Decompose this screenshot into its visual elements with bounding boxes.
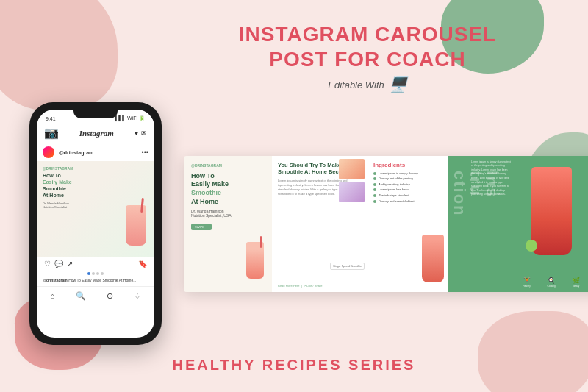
post-title-small: How To Easily Make SmoothieAt Home xyxy=(43,172,73,199)
healthy-label: Healthy xyxy=(523,285,530,288)
ingredient-2: Dummy text of the printing xyxy=(373,177,442,181)
slide2-photo-2 xyxy=(339,182,365,202)
heart-nav-icon[interactable]: ♡ xyxy=(134,291,141,301)
slide4-content: Lorem ipsum is simply dummy text of the … xyxy=(471,160,512,197)
slide1-title: How To Easily Make Smoothie At Home xyxy=(191,172,265,207)
save-icon[interactable]: 🔖 xyxy=(138,260,147,268)
slide2-photo-2-inner xyxy=(339,182,365,202)
footer-subtitle: HEALTHY RECIPES SERIES xyxy=(173,357,416,374)
ingredient-dot-4 xyxy=(373,188,376,191)
carousel-area: @drinstagram How To Easily Make Smoothie… xyxy=(184,156,588,292)
post-username: @drinstagram xyxy=(59,150,93,155)
body-row: 9:41 ▌▌▌ WiFi 🔋 📷 Instagram ♥ ✉ xyxy=(22,102,566,345)
slide3-smoothie xyxy=(420,235,445,286)
phone-screen: 9:41 ▌▌▌ WiFi 🔋 📷 Instagram ♥ ✉ xyxy=(37,110,154,338)
ingredient-text-1: Lorem ipsum is simply dummy xyxy=(379,171,418,176)
post-img-text: @drinstagram How To Easily Make Smoothie… xyxy=(43,167,73,208)
carousel-strip: @drinstagram How To Easily Make Smoothie… xyxy=(184,156,588,292)
dm-icon[interactable]: ✉ xyxy=(141,129,147,137)
slide1-author: Dr. Wanda Hamilton Nutrition Specialist,… xyxy=(191,209,265,218)
post-avatar xyxy=(43,146,54,158)
editable-label: Editable With xyxy=(328,79,384,90)
slide5-icon-cooking: 🍳 Cooking xyxy=(548,277,556,288)
ingredient-dot-6 xyxy=(373,200,376,203)
dot-3 xyxy=(96,272,99,275)
ingredient-text-6: Dummy and scrambled text xyxy=(379,199,415,204)
instagram-logo: Instagram xyxy=(79,129,114,138)
slide5-lime xyxy=(526,240,537,252)
slide1-brand: @drinstagram xyxy=(191,163,265,168)
phone-mockup: 9:41 ▌▌▌ WiFi 🔋 📷 Instagram ♥ ✉ xyxy=(22,102,169,345)
healthy-icon: 🏋 xyxy=(523,277,531,284)
slide1-title-line4: At Home xyxy=(191,198,218,205)
instagram-nav-icons: ♥ ✉ xyxy=(135,129,147,137)
slide5-icons: 🏋 Healthy 🍳 Cooking 🌿 Dietary xyxy=(514,277,588,288)
dot-2 xyxy=(92,272,95,275)
ingredient-text-5: The industry's standard xyxy=(379,193,409,198)
phone-notch xyxy=(74,110,118,118)
ingredient-dot-2 xyxy=(373,177,376,180)
slide3-glass xyxy=(422,235,444,282)
carousel-slide-5: 🏋 Healthy 🍳 Cooking 🌿 Dietary xyxy=(514,156,588,292)
carousel-slide-4: Instruction Lorem ipsum is simply dummy … xyxy=(448,156,514,292)
phone-outer: 9:41 ▌▌▌ WiFi 🔋 📷 Instagram ♥ ✉ xyxy=(29,102,162,345)
smoothie-visual xyxy=(123,205,148,257)
home-nav-icon[interactable]: ⌂ xyxy=(50,291,55,301)
share-icon[interactable]: ↗ xyxy=(67,260,73,268)
ingredient-text-3: And typesetting industry xyxy=(379,182,410,187)
post-dots xyxy=(37,271,154,277)
post-brand-label: @drinstagram xyxy=(43,167,73,171)
cooking-label: Cooking xyxy=(548,285,556,288)
slide2-photos xyxy=(339,159,365,202)
ingredients-list: Lorem ipsum is simply dummy Dummy text o… xyxy=(373,171,442,204)
post-user-row: @drinstagram ••• xyxy=(37,143,154,161)
slide1-title-line1: How To xyxy=(191,172,215,179)
slide2-tag-text: Ginger Special Smoothie xyxy=(333,265,362,268)
slide2-share-text: ↗ Like / Share xyxy=(304,284,322,288)
add-nav-icon[interactable]: ⊕ xyxy=(107,291,113,301)
ingredient-dot-5 xyxy=(373,194,376,197)
post-actions: ♡ 💬 ↗ 🔖 xyxy=(37,257,154,271)
title-line1: INSTAGRAM CAROUSEL xyxy=(239,22,496,47)
main-content: INSTAGRAM CAROUSEL POST FOR COACH Editab… xyxy=(0,0,588,388)
time: 9:41 xyxy=(46,116,56,121)
heart-icon[interactable]: ♥ xyxy=(135,129,138,137)
slide2-photo-1 xyxy=(339,159,365,179)
dietary-icon: 🌿 xyxy=(573,277,580,284)
slide5-icon-healthy: 🏋 Healthy xyxy=(523,277,530,288)
main-title: INSTAGRAM CAROUSEL POST FOR COACH xyxy=(239,22,496,71)
carousel-slide-3: Ingredients Lorem ipsum is simply dummy … xyxy=(368,156,448,292)
post-author-small: Dr. Wanda HamiltonNutrition Specialist xyxy=(43,202,73,209)
carousel-slide-2: You Should Try To Make A Smoothie At Hom… xyxy=(272,156,368,292)
post-image: @drinstagram How To Easily Make Smoothie… xyxy=(37,161,154,257)
slide1-smoothie xyxy=(244,242,266,286)
phone-bottom-nav: ⌂ 🔍 ⊕ ♡ xyxy=(37,286,154,304)
title-line2: POST FOR COACH xyxy=(239,47,496,72)
ingredient-text-2: Dummy text of the printing xyxy=(379,177,413,181)
slide2-photo-1-inner xyxy=(339,159,365,179)
ingredient-6: Dummy and scrambled text xyxy=(373,199,442,204)
dot-4 xyxy=(101,272,104,275)
comment-icon[interactable]: 💬 xyxy=(54,260,63,268)
slide5-glass xyxy=(531,167,572,255)
slide3-title: Ingredients xyxy=(373,162,442,168)
slide1-author-title: Nutrition Specialist, USA xyxy=(191,213,231,218)
like-icon[interactable]: ♡ xyxy=(44,260,51,268)
slide2-readmore[interactable]: Read More Here | ↗ Like / Share xyxy=(278,284,323,288)
slide2-tag: Ginger Special Smoothie xyxy=(330,263,365,270)
slide1-swipe-button[interactable]: SWIPE → xyxy=(191,224,212,230)
title-block: INSTAGRAM CAROUSEL POST FOR COACH Editab… xyxy=(239,22,496,93)
header-area: INSTAGRAM CAROUSEL POST FOR COACH Editab… xyxy=(22,22,566,93)
post-caption: @drinstagram How To Easily Make Smoothie… xyxy=(37,277,154,286)
slide1-glass xyxy=(246,242,264,279)
ingredient-dot-3 xyxy=(373,183,376,186)
slide2-readmore-text: Read More Here xyxy=(278,284,300,288)
signal-icons: ▌▌▌ WiFi 🔋 xyxy=(115,115,146,121)
ingredient-1: Lorem ipsum is simply dummy xyxy=(373,171,442,176)
smoothie-glass xyxy=(126,205,146,246)
post-more-icon[interactable]: ••• xyxy=(142,149,148,156)
ingredient-text-4: Lorem ipsum has been xyxy=(379,188,409,192)
search-nav-icon[interactable]: 🔍 xyxy=(76,291,86,301)
slide5-icon-dietary: 🌿 Dietary xyxy=(573,277,580,288)
ingredient-3: And typesetting industry xyxy=(373,182,442,187)
